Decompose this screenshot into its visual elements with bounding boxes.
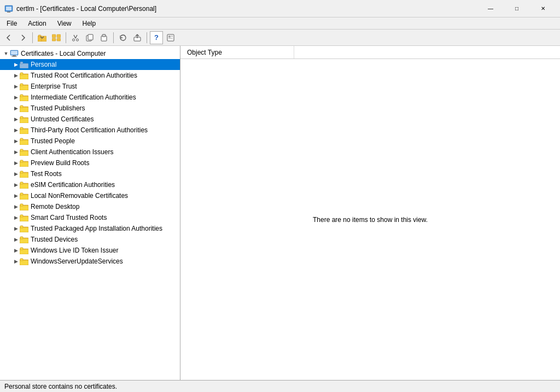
expand-arrow-test-roots[interactable] — [12, 170, 20, 178]
svg-rect-112 — [20, 248, 23, 250]
tree-node-untrusted[interactable]: Untrusted Certificates — [0, 114, 180, 125]
expand-arrow-untrusted[interactable] — [12, 115, 20, 123]
copy-button[interactable] — [83, 31, 96, 44]
help-button[interactable]: ? — [150, 31, 163, 44]
expand-arrow-local-non-removable[interactable] — [12, 192, 20, 200]
tree-root: Certificates - Local Computer Personal T… — [0, 46, 180, 269]
menu-action[interactable]: Action — [24, 19, 50, 28]
svg-rect-106 — [20, 238, 28, 243]
menu-file[interactable]: File — [2, 19, 21, 28]
folder-icon-esim — [20, 181, 28, 189]
tree-node-personal[interactable]: Personal — [0, 59, 180, 70]
svg-rect-57 — [20, 127, 23, 130]
tree-node-local-non-removable[interactable]: Local NonRemovable Certificates — [0, 190, 180, 201]
tree-node-smart-card[interactable]: Smart Card Trusted Roots — [0, 212, 180, 223]
svg-rect-15 — [102, 34, 106, 37]
root-expand-arrow[interactable] — [2, 50, 10, 57]
close-button[interactable]: ✕ — [530, 1, 556, 17]
expand-arrow-windows-live[interactable] — [12, 247, 20, 254]
svg-rect-66 — [20, 151, 28, 156]
folder-icon-client-auth — [20, 148, 28, 156]
folder-icon-smart-card — [20, 214, 28, 221]
tree-node-test-roots[interactable]: Test Roots — [0, 168, 180, 179]
folder-icon-intermediate — [20, 93, 28, 101]
svg-rect-1 — [6, 7, 11, 10]
status-text: Personal store contains no certificates. — [4, 383, 117, 390]
folder-icon-trusted-root — [20, 72, 28, 79]
svg-rect-61 — [20, 140, 28, 145]
expand-arrow-trusted-root[interactable] — [12, 72, 20, 79]
cut-button[interactable] — [69, 31, 82, 44]
expand-arrow-client-auth[interactable] — [12, 148, 20, 156]
tree-node-esim[interactable]: eSIM Certification Authorities — [0, 179, 180, 190]
tree-node-trusted-publishers[interactable]: Trusted Publishers — [0, 103, 180, 114]
tree-node-trusted-packaged[interactable]: Trusted Packaged App Installation Author… — [0, 223, 180, 234]
right-panel: Object Type There are no items to show i… — [180, 46, 560, 380]
expand-arrow-enterprise-trust[interactable] — [12, 83, 20, 90]
tree-node-windows-live[interactable]: Windows Live ID Token Issuer — [0, 245, 180, 256]
node-label-client-auth: Client Authentication Issuers — [31, 148, 113, 156]
folder-icon-windows-server — [20, 258, 28, 265]
expand-arrow-esim[interactable] — [12, 181, 20, 189]
expand-arrow-intermediate[interactable] — [12, 93, 20, 101]
tree-node-windows-server[interactable]: WindowsServerUpdateServices — [0, 256, 180, 267]
expand-arrow-trusted-publishers[interactable] — [12, 104, 20, 112]
folder-icon-trusted-devices — [20, 236, 28, 243]
menu-view[interactable]: View — [53, 19, 76, 28]
svg-rect-18 — [168, 36, 171, 38]
svg-rect-81 — [20, 184, 28, 189]
tree-node-trusted-devices[interactable]: Trusted Devices — [0, 234, 180, 245]
expand-arrow-preview-build[interactable] — [12, 159, 20, 167]
tree-node-enterprise-trust[interactable]: Enterprise Trust — [0, 81, 180, 92]
tree-node-trusted-people[interactable]: Trusted People — [0, 136, 180, 147]
folder-icon-windows-live — [20, 247, 28, 254]
minimize-button[interactable]: — — [478, 1, 503, 17]
tree-node-client-auth[interactable]: Client Authentication Issuers — [0, 147, 180, 157]
svg-rect-42 — [20, 95, 23, 97]
empty-message: There are no items to show in this view. — [313, 216, 428, 224]
node-label-personal: Personal — [31, 61, 56, 68]
tree-root-node[interactable]: Certificates - Local Computer — [0, 48, 180, 59]
svg-rect-67 — [20, 149, 23, 151]
node-label-trusted-devices: Trusted Devices — [31, 236, 78, 243]
maximize-button[interactable]: □ — [504, 1, 529, 17]
tree-node-third-party[interactable]: Third-Party Root Certification Authoriti… — [0, 125, 180, 136]
svg-rect-102 — [20, 226, 23, 228]
expand-arrow-windows-server[interactable] — [12, 258, 20, 265]
tree-node-intermediate[interactable]: Intermediate Certification Authorities — [0, 92, 180, 103]
menu-bar: File Action View Help — [0, 17, 560, 30]
node-label-trusted-packaged: Trusted Packaged App Installation Author… — [31, 225, 162, 232]
expand-arrow-personal[interactable] — [12, 61, 20, 68]
props-button[interactable] — [164, 31, 177, 44]
expand-arrow-third-party[interactable] — [12, 126, 20, 134]
toolbar-sep-1 — [32, 32, 33, 43]
main-content: Certificates - Local Computer Personal T… — [0, 46, 560, 380]
forward-button[interactable] — [16, 31, 30, 44]
expand-arrow-smart-card[interactable] — [12, 214, 20, 221]
tree-node-remote-desktop[interactable]: Remote Desktop — [0, 201, 180, 212]
title-bar: certlm - [Certificates - Local Computer\… — [0, 0, 560, 17]
svg-rect-5 — [38, 35, 41, 37]
export-button[interactable] — [131, 31, 144, 44]
svg-rect-116 — [20, 260, 28, 265]
svg-rect-47 — [20, 106, 23, 108]
tree-node-preview-build[interactable]: Preview Build Roots — [0, 157, 180, 168]
folder-up-button[interactable] — [36, 31, 49, 44]
expand-arrow-trusted-packaged[interactable] — [12, 225, 20, 232]
refresh-button[interactable] — [116, 31, 130, 44]
show-hide-button[interactable] — [50, 31, 63, 44]
object-type-column[interactable]: Object Type — [185, 46, 294, 58]
menu-help[interactable]: Help — [78, 19, 101, 28]
node-label-local-non-removable: Local NonRemovable Certificates — [31, 192, 128, 200]
expand-arrow-trusted-people[interactable] — [12, 137, 20, 145]
computer-icon — [10, 49, 19, 58]
paste-button[interactable] — [97, 31, 110, 44]
svg-rect-7 — [57, 34, 61, 38]
back-button[interactable] — [2, 31, 15, 44]
expand-arrow-trusted-devices[interactable] — [12, 236, 20, 243]
expand-arrow-remote-desktop[interactable] — [12, 203, 20, 210]
tree-panel[interactable]: Certificates - Local Computer Personal T… — [0, 46, 180, 380]
svg-rect-76 — [20, 173, 28, 178]
tree-node-trusted-root[interactable]: Trusted Root Certification Authorities — [0, 70, 180, 81]
app-icon — [4, 4, 13, 13]
